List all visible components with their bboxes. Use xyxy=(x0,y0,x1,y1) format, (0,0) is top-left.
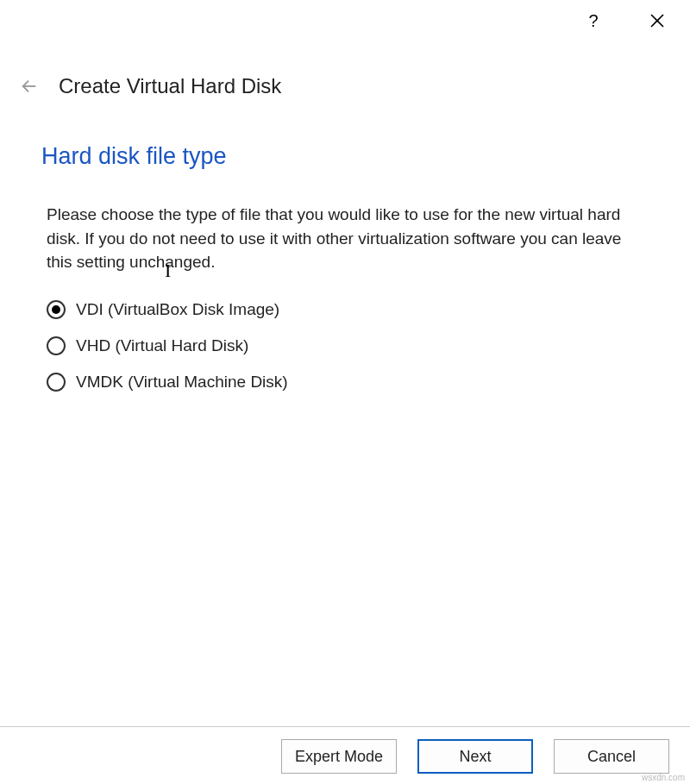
next-button[interactable]: Next xyxy=(417,739,533,774)
back-arrow-icon[interactable] xyxy=(17,74,41,98)
expert-mode-button[interactable]: Expert Mode xyxy=(281,739,397,774)
radio-label: VDI (VirtualBox Disk Image) xyxy=(76,300,279,319)
radio-label: VMDK (Virtual Machine Disk) xyxy=(76,373,288,392)
button-bar: Expert Mode Next Cancel xyxy=(0,726,690,774)
watermark: wsxdn.com xyxy=(642,773,685,782)
section-description: Please choose the type of file that you … xyxy=(41,203,649,274)
titlebar: ? xyxy=(0,0,690,41)
content-area: Hard disk file type Please choose the ty… xyxy=(0,98,690,392)
radio-option-vmdk[interactable]: VMDK (Virtual Machine Disk) xyxy=(47,373,649,392)
wizard-title: Create Virtual Hard Disk xyxy=(59,74,281,98)
help-icon[interactable]: ? xyxy=(576,3,611,38)
section-heading: Hard disk file type xyxy=(41,143,649,170)
disk-type-radio-group: VDI (VirtualBox Disk Image) VHD (Virtual… xyxy=(41,300,649,392)
radio-icon xyxy=(47,373,66,392)
radio-option-vdi[interactable]: VDI (VirtualBox Disk Image) xyxy=(47,300,649,319)
cancel-button[interactable]: Cancel xyxy=(554,739,669,774)
radio-icon xyxy=(47,336,66,355)
radio-label: VHD (Virtual Hard Disk) xyxy=(76,336,248,355)
radio-icon xyxy=(47,300,66,319)
close-icon[interactable] xyxy=(640,3,674,38)
wizard-header: Create Virtual Hard Disk xyxy=(0,41,690,98)
radio-option-vhd[interactable]: VHD (Virtual Hard Disk) xyxy=(47,336,649,355)
